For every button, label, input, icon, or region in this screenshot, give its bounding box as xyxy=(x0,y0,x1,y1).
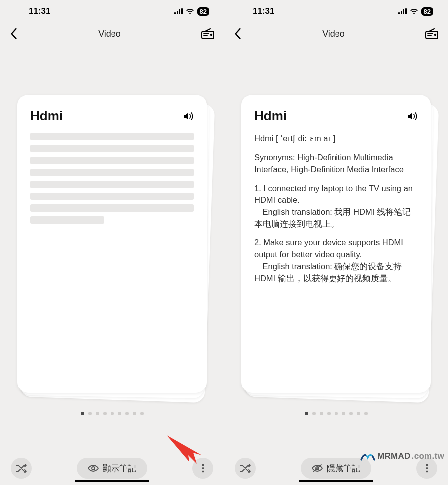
watermark: MRMAD.com.tw xyxy=(360,451,444,461)
dot xyxy=(140,412,144,415)
dot xyxy=(125,412,129,415)
home-indicator[interactable] xyxy=(75,480,149,482)
shuffle-icon xyxy=(240,464,251,473)
annotation-arrow-icon xyxy=(164,433,209,468)
page-title: Video xyxy=(98,29,121,39)
card-body: Hdmi [ ˈeɪtʃ diː ɛm aɪ ] Synonyms: High-… xyxy=(254,133,418,285)
synonyms: Synonyms: High-Definition Multimedia Int… xyxy=(254,152,418,176)
dot xyxy=(364,412,368,415)
dot xyxy=(305,412,308,415)
flashcard[interactable]: Hdmi Hdmi [ ˈeɪtʃ diː ɛm aɪ ] Synonyms: … xyxy=(241,95,431,393)
wifi-icon xyxy=(186,8,194,15)
back-button[interactable] xyxy=(10,28,18,39)
card-area: Hdmi xyxy=(0,45,224,451)
toggle-notes-label: 顯示筆記 xyxy=(103,463,136,474)
dot xyxy=(103,412,107,415)
dot xyxy=(118,412,121,415)
radio-icon[interactable] xyxy=(425,28,438,39)
home-indicator[interactable] xyxy=(299,480,373,482)
dot xyxy=(133,412,136,415)
example-1: 1. I connected my laptop to the TV using… xyxy=(254,183,418,230)
back-button[interactable] xyxy=(234,28,242,39)
eye-off-icon xyxy=(312,464,323,472)
dot xyxy=(349,412,353,415)
svg-point-17 xyxy=(426,467,428,469)
more-vertical-icon xyxy=(426,464,428,473)
radio-icon[interactable] xyxy=(201,28,214,39)
wifi-icon xyxy=(410,8,418,15)
page-dots xyxy=(224,412,448,415)
dot xyxy=(357,412,360,415)
dot xyxy=(96,412,99,415)
dot xyxy=(111,412,114,415)
svg-point-5 xyxy=(92,467,95,470)
battery-badge: 82 xyxy=(421,7,433,16)
cellular-signal-icon xyxy=(398,8,407,14)
shuffle-icon xyxy=(16,464,27,473)
watermark-brand: MRMAD xyxy=(377,451,411,461)
svg-point-3 xyxy=(210,34,212,36)
speaker-icon[interactable] xyxy=(407,111,418,121)
svg-point-8 xyxy=(202,471,204,473)
screen-right: 11:31 82 Video Hdmi Hdmi [ ˈeɪtʃ diː ɛm … xyxy=(224,0,448,485)
toggle-notes-label: 隱藏筆記 xyxy=(327,463,360,474)
status-right: 82 xyxy=(174,7,209,16)
dot xyxy=(335,412,338,415)
card-title: Hdmi xyxy=(30,108,63,124)
cellular-signal-icon xyxy=(174,8,183,14)
watermark-logo-icon xyxy=(360,452,375,461)
status-time: 11:31 xyxy=(253,6,274,16)
shuffle-button[interactable] xyxy=(235,458,256,479)
shuffle-button[interactable] xyxy=(11,458,32,479)
svg-point-16 xyxy=(426,464,428,466)
dot xyxy=(81,412,84,415)
page-title: Video xyxy=(322,29,345,39)
screen-left: 11:31 82 Video Hdmi xyxy=(0,0,224,485)
status-time: 11:31 xyxy=(29,6,50,16)
card-area: Hdmi Hdmi [ ˈeɪtʃ diː ɛm aɪ ] Synonyms: … xyxy=(224,45,448,451)
svg-point-18 xyxy=(426,471,428,473)
eye-icon xyxy=(88,464,99,472)
status-bar: 11:31 82 xyxy=(0,0,224,23)
nav-header: Video xyxy=(0,23,224,45)
dot xyxy=(342,412,345,415)
dot xyxy=(312,412,316,415)
watermark-domain: .com.tw xyxy=(412,451,444,461)
status-bar: 11:31 82 xyxy=(224,0,448,23)
card-stack[interactable]: Hdmi Hdmi [ ˈeɪtʃ diː ɛm aɪ ] Synonyms: … xyxy=(241,95,431,393)
page-dots xyxy=(0,412,224,415)
toggle-notes-button[interactable]: 顯示筆記 xyxy=(77,458,147,479)
example-2: 2. Make sure your device supports HDMI o… xyxy=(254,237,418,285)
status-right: 82 xyxy=(398,7,433,16)
card-stack[interactable]: Hdmi xyxy=(17,95,207,393)
nav-header: Video xyxy=(224,23,448,45)
speaker-icon[interactable] xyxy=(183,111,194,121)
placeholder-content xyxy=(30,133,194,224)
pronunciation: Hdmi [ ˈeɪtʃ diː ɛm aɪ ] xyxy=(254,133,418,145)
dot xyxy=(327,412,331,415)
flashcard[interactable]: Hdmi xyxy=(17,95,207,393)
battery-badge: 82 xyxy=(197,7,209,16)
svg-point-12 xyxy=(434,34,436,36)
dot xyxy=(88,412,92,415)
dot xyxy=(320,412,323,415)
card-title: Hdmi xyxy=(254,108,287,124)
